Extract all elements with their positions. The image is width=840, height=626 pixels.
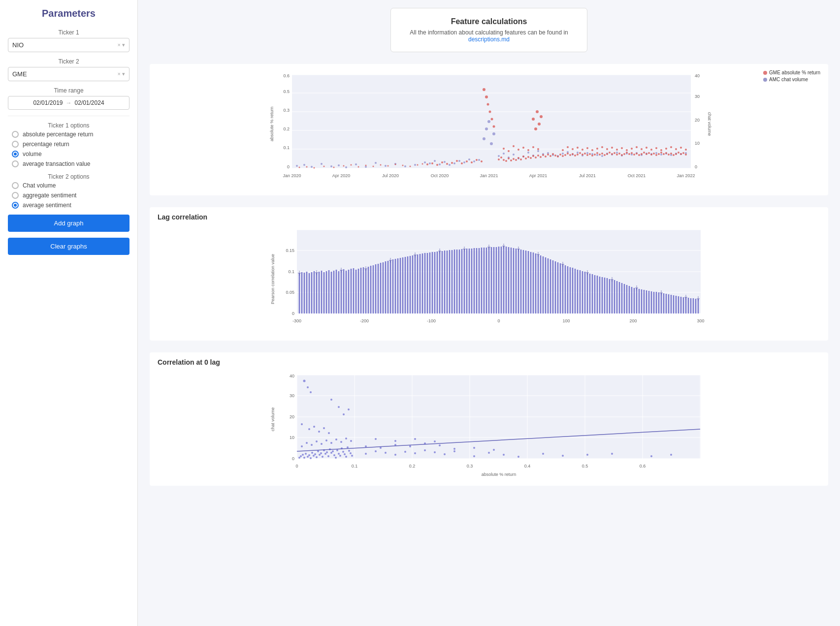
svg-point-180: [599, 154, 601, 156]
svg-text:Apr 2020: Apr 2020: [332, 173, 351, 178]
ticker2-radio-1[interactable]: [12, 192, 19, 199]
svg-point-516: [327, 455, 329, 457]
svg-point-588: [343, 413, 345, 415]
svg-point-186: [614, 152, 615, 154]
svg-text:Apr 2021: Apr 2021: [529, 173, 548, 178]
chart2-section: Lag correlation 0 0.05 0.1 0.15 Pearson …: [150, 207, 828, 341]
svg-point-218: [513, 145, 515, 147]
chart2-svg: 0 0.05 0.1 0.15 Pearson correlation valu…: [158, 225, 820, 333]
svg-point-107: [365, 165, 367, 166]
svg-point-44: [429, 162, 431, 164]
svg-point-110: [388, 165, 389, 167]
svg-point-569: [586, 454, 588, 456]
date-range-picker[interactable]: 02/01/2019 → 02/01/2024: [8, 96, 129, 110]
svg-point-200: [648, 152, 650, 154]
svg-point-147: [530, 157, 532, 159]
svg-point-118: [487, 103, 489, 106]
ticker1-option-1[interactable]: percentage return: [12, 141, 126, 148]
svg-point-247: [675, 148, 677, 150]
svg-point-171: [577, 154, 579, 156]
ticker2-radio-2[interactable]: [12, 202, 19, 209]
svg-point-561: [444, 453, 446, 455]
legend-dot-gme: [763, 71, 767, 75]
svg-point-557: [404, 451, 406, 453]
svg-point-126: [446, 163, 448, 165]
svg-point-541: [340, 441, 342, 443]
legend-dot-amc: [763, 78, 767, 82]
svg-text:Jan 2020: Jan 2020: [283, 173, 301, 178]
ticker1-radio-0[interactable]: [12, 131, 19, 138]
svg-point-501: [305, 453, 307, 455]
clear-graphs-button[interactable]: Clear graphs: [8, 238, 129, 255]
svg-point-111: [395, 164, 396, 165]
svg-text:40: 40: [695, 73, 700, 78]
svg-point-158: [532, 118, 535, 121]
legend-item-gme: GME absolute % return: [763, 70, 820, 75]
svg-text:0: 0: [292, 456, 294, 461]
svg-point-168: [569, 154, 571, 156]
svg-point-123: [431, 162, 433, 164]
svg-point-523: [338, 453, 340, 455]
svg-point-234: [611, 147, 613, 149]
svg-point-542: [345, 438, 347, 439]
ticker1-option-3[interactable]: average transaction value: [12, 160, 126, 167]
svg-point-131: [471, 161, 473, 163]
svg-point-148: [532, 155, 534, 157]
svg-point-179: [596, 152, 598, 154]
svg-text:0.3: 0.3: [467, 464, 473, 469]
svg-text:20: 20: [290, 414, 294, 419]
svg-point-196: [638, 154, 640, 156]
svg-point-506: [313, 455, 315, 457]
svg-point-45: [434, 160, 436, 162]
svg-text:Oct 2021: Oct 2021: [628, 173, 646, 178]
svg-text:-100: -100: [427, 318, 436, 323]
svg-point-76: [577, 152, 579, 154]
svg-point-102: [323, 166, 325, 167]
svg-text:0: 0: [292, 311, 294, 316]
svg-text:0.2: 0.2: [409, 464, 416, 469]
svg-point-193: [631, 152, 633, 154]
date-start: 02/01/2019: [33, 99, 63, 106]
ticker2-option-0[interactable]: Chat volume: [12, 182, 126, 189]
svg-point-207: [665, 152, 667, 154]
svg-point-139: [510, 159, 512, 161]
ticker1-radio-2[interactable]: [12, 151, 19, 157]
svg-point-160: [536, 110, 539, 113]
svg-point-512: [322, 456, 323, 458]
ticker2-option-2[interactable]: average sentiment: [12, 202, 126, 209]
ticker2-radio-0[interactable]: [12, 182, 19, 189]
svg-point-63: [513, 154, 515, 156]
svg-point-232: [601, 146, 603, 148]
svg-point-584: [414, 438, 416, 440]
feature-box-link[interactable]: descriptions.md: [468, 36, 510, 43]
svg-text:Pearson correlation value: Pearson correlation value: [270, 254, 275, 304]
svg-point-167: [567, 153, 569, 155]
ticker1-select[interactable]: NIO × ▾: [8, 38, 129, 52]
ticker1-option-2[interactable]: volume: [12, 151, 126, 157]
svg-point-531: [350, 452, 352, 454]
svg-point-93: [660, 154, 662, 156]
svg-point-99: [299, 167, 300, 168]
ticker2-select[interactable]: GME × ▾: [8, 67, 129, 81]
svg-point-189: [621, 154, 623, 156]
ticker1-radio-group: absolute percentage return percentage re…: [8, 131, 129, 167]
ticker1-radio-3[interactable]: [12, 160, 19, 167]
svg-point-172: [579, 152, 581, 154]
svg-point-114: [417, 164, 419, 166]
svg-point-42: [414, 164, 416, 166]
svg-point-109: [380, 164, 382, 166]
svg-point-537: [321, 443, 323, 445]
svg-text:0.1: 0.1: [352, 464, 358, 469]
add-graph-button[interactable]: Add graph: [8, 215, 129, 232]
ticker2-label: Ticker 2: [8, 58, 129, 65]
svg-point-115: [422, 163, 423, 165]
ticker1-radio-1[interactable]: [12, 141, 19, 148]
svg-point-585: [434, 440, 436, 442]
svg-text:30: 30: [290, 393, 294, 398]
svg-point-156: [552, 153, 554, 155]
svg-point-505: [311, 452, 313, 454]
ticker2-option-1[interactable]: aggregate sentiment: [12, 192, 126, 199]
svg-point-201: [650, 154, 652, 156]
ticker1-option-0[interactable]: absolute percentage return: [12, 131, 126, 138]
sidebar: Parameters Ticker 1 NIO × ▾ Ticker 2 GME…: [0, 0, 138, 626]
